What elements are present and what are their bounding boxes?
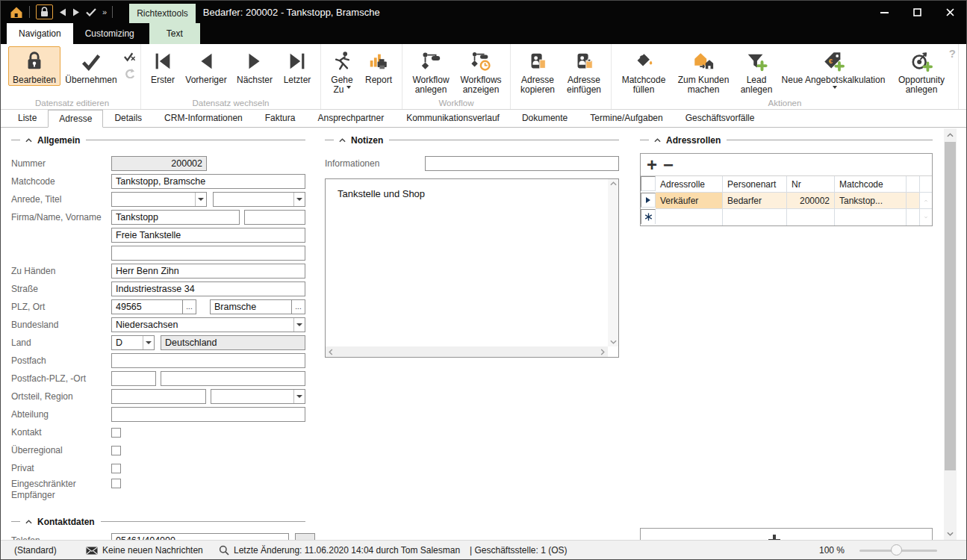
qat-more-button[interactable]: » bbox=[102, 7, 106, 16]
close-button[interactable] bbox=[933, 1, 966, 22]
remove-row-button[interactable]: − bbox=[663, 157, 674, 173]
opportunity-anlegen-button[interactable]: Opportunity anlegen bbox=[889, 46, 954, 96]
grid-scroll-down-icon[interactable] bbox=[924, 215, 927, 220]
tab-termine-aufgaben[interactable]: Termine/Aufgaben bbox=[579, 109, 674, 127]
kontakt-checkbox[interactable] bbox=[111, 428, 121, 438]
lead-anlegen-button[interactable]: Lead anlegen bbox=[736, 46, 777, 96]
zoom-slider-thumb[interactable] bbox=[891, 544, 902, 556]
postfach-ort-field[interactable] bbox=[161, 371, 305, 386]
workflow-anlegen-button[interactable]: Workflow anlegen bbox=[407, 46, 455, 96]
scroll-left-icon[interactable] bbox=[329, 349, 333, 355]
plz-field[interactable] bbox=[111, 299, 183, 314]
firma-zusatz2-field[interactable] bbox=[111, 246, 305, 261]
titel-select[interactable] bbox=[213, 192, 305, 207]
notizen-textarea[interactable]: Tankstelle und Shop bbox=[325, 178, 619, 358]
plz-browse-button[interactable]: ... bbox=[183, 299, 196, 314]
grid-scroll-up-icon[interactable] bbox=[924, 199, 927, 203]
column-header[interactable]: Personenart bbox=[723, 176, 787, 193]
zu-haenden-field[interactable] bbox=[111, 264, 305, 279]
ort-browse-button[interactable]: ... bbox=[292, 299, 305, 314]
tab-liste[interactable]: Liste bbox=[7, 109, 48, 127]
note-vertical-scrollbar[interactable] bbox=[608, 179, 618, 346]
scroll-down-icon[interactable] bbox=[610, 340, 617, 344]
vorheriger-button[interactable]: Vorheriger bbox=[181, 46, 231, 86]
zoom-slider[interactable] bbox=[859, 541, 937, 560]
gehe-zu-button[interactable]: Gehe Zu bbox=[326, 46, 358, 96]
neue-angebotskalkulation-button[interactable]: € Neue Angebotskalkulation bbox=[779, 46, 888, 96]
add-row-button[interactable]: + bbox=[647, 157, 657, 173]
kontaktdaten-header[interactable]: Kontaktdaten bbox=[11, 516, 305, 527]
page-scrollbar[interactable] bbox=[944, 128, 957, 540]
cell-nr[interactable]: 200002 bbox=[787, 193, 835, 209]
home-icon[interactable] bbox=[10, 6, 23, 19]
tab-geschaeftsvorfaelle[interactable]: Geschäftsvorfälle bbox=[674, 109, 766, 127]
firma-name-field[interactable] bbox=[111, 210, 240, 225]
page-scrollbar-thumb[interactable] bbox=[945, 142, 956, 470]
scroll-up-icon[interactable] bbox=[610, 181, 617, 186]
tab-faktura[interactable]: Faktura bbox=[254, 109, 307, 127]
apply-button[interactable] bbox=[86, 8, 96, 16]
privat-checkbox[interactable] bbox=[111, 464, 121, 473]
telefon-field[interactable] bbox=[111, 533, 289, 540]
report-button[interactable]: Report bbox=[360, 46, 397, 86]
firma-zusatz1-field[interactable] bbox=[111, 228, 305, 243]
forward-button[interactable] bbox=[72, 8, 80, 16]
adresse-kopieren-button[interactable]: Adresse kopieren bbox=[515, 46, 560, 96]
eingeschraenkter-empfaenger-checkbox[interactable] bbox=[111, 479, 121, 488]
postfach-plz-field[interactable] bbox=[111, 371, 156, 386]
matchcode-field[interactable] bbox=[111, 174, 305, 189]
page-scroll-down-icon[interactable] bbox=[944, 527, 957, 540]
tab-ansprechpartner[interactable]: Ansprechpartner bbox=[306, 109, 395, 127]
cell-adressrolle[interactable]: Verkäufer bbox=[656, 193, 723, 209]
land-code-select[interactable]: D bbox=[111, 335, 155, 350]
allgemein-header[interactable]: Allgemein bbox=[11, 134, 305, 146]
workflows-anzeigen-button[interactable]: Workflows anzeigen bbox=[456, 46, 506, 96]
back-button[interactable] bbox=[59, 8, 66, 16]
uebernehmen-button[interactable]: Übernehmen bbox=[62, 46, 120, 86]
page-scroll-up-icon[interactable] bbox=[944, 128, 957, 141]
abteilung-field[interactable] bbox=[111, 407, 305, 422]
letzter-button[interactable]: Letzter bbox=[279, 46, 316, 86]
vorname-field[interactable] bbox=[244, 210, 305, 225]
maximize-button[interactable] bbox=[901, 1, 933, 22]
apply-close-button[interactable] bbox=[123, 51, 136, 62]
bearbeiten-button[interactable]: Bearbeiten bbox=[8, 46, 60, 86]
table-row[interactable]: Verkäufer Bedarfer 200002 Tankstop... bbox=[641, 193, 932, 209]
tab-kommunikationsverlauf[interactable]: Kommunikationsverlauf bbox=[395, 109, 511, 127]
erster-button[interactable]: Erster bbox=[146, 46, 180, 86]
bedarferpreise-button[interactable]: € Bedarferpreise bbox=[963, 46, 967, 86]
note-horizontal-scrollbar[interactable] bbox=[326, 346, 608, 357]
tab-crm-informationen[interactable]: CRM-Informationen bbox=[153, 109, 254, 127]
column-header[interactable]: Matchcode bbox=[835, 176, 907, 193]
tab-details[interactable]: Details bbox=[103, 109, 153, 127]
zum-kunden-machen-button[interactable]: Zum Kunden machen bbox=[673, 46, 734, 96]
nummer-field[interactable] bbox=[111, 156, 207, 171]
notizen-header[interactable]: Notizen bbox=[325, 134, 619, 146]
ort-field[interactable] bbox=[210, 299, 292, 314]
cell-personenart[interactable]: Bedarfer bbox=[723, 193, 787, 209]
minimize-button[interactable] bbox=[868, 1, 901, 22]
column-header[interactable]: Nr bbox=[787, 176, 835, 193]
adresse-einfuegen-button[interactable]: Adresse einfügen bbox=[562, 46, 606, 96]
tab-navigation[interactable]: Navigation bbox=[7, 23, 73, 44]
new-row[interactable] bbox=[641, 209, 932, 225]
phone-action-button[interactable] bbox=[295, 533, 315, 540]
scroll-right-icon[interactable] bbox=[600, 349, 605, 355]
ueberregional-checkbox[interactable] bbox=[111, 446, 121, 455]
anrede-select[interactable] bbox=[111, 192, 207, 207]
tab-dokumente[interactable]: Dokumente bbox=[511, 109, 579, 127]
matchcode-fuellen-button[interactable]: Matchcode füllen bbox=[616, 46, 671, 96]
region-select[interactable] bbox=[211, 389, 305, 404]
adressrollen-header[interactable]: Adressrollen bbox=[640, 134, 933, 146]
ortsteil-field[interactable] bbox=[111, 389, 206, 404]
informationen-field[interactable] bbox=[425, 156, 619, 171]
help-icon[interactable]: ? bbox=[949, 47, 956, 60]
column-header[interactable]: Adressrolle bbox=[656, 176, 723, 193]
tab-customizing[interactable]: Customizing bbox=[73, 23, 146, 44]
cell-matchcode[interactable]: Tankstop... bbox=[835, 193, 907, 209]
tab-text[interactable]: Text bbox=[149, 23, 200, 44]
bundesland-select[interactable]: Niedersachsen bbox=[111, 317, 305, 332]
lock-button[interactable] bbox=[36, 4, 53, 19]
tab-adresse[interactable]: Adresse bbox=[48, 110, 103, 128]
messages-status[interactable]: Keine neuen Nachrichten bbox=[86, 541, 203, 560]
